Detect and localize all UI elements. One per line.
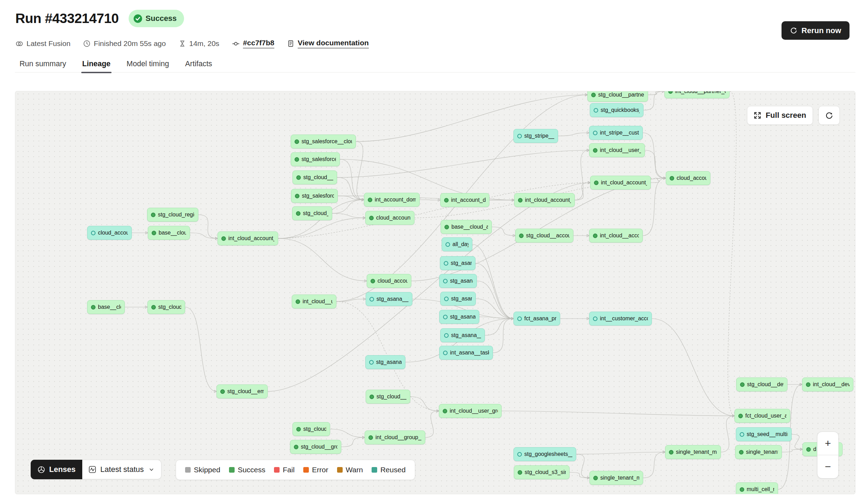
- lineage-node[interactable]: int_cloud_account_ma…: [514, 193, 575, 207]
- node-label: stg_cloud_…: [158, 304, 181, 310]
- lineage-node[interactable]: multi_cell_m…: [736, 482, 778, 494]
- success-status-icon: [151, 213, 155, 217]
- lineage-node[interactable]: int_asana__task_s…: [439, 346, 493, 360]
- lineage-node[interactable]: stg_cloud__partner_c…: [587, 91, 648, 102]
- lineage-node[interactable]: int_account_domain…: [364, 193, 420, 207]
- lineage-node[interactable]: stg_salesforce__cloud_…: [291, 135, 356, 148]
- lineage-node[interactable]: stg_quickbooks__a…: [590, 103, 643, 117]
- lineage-node[interactable]: int_account_dom…: [440, 193, 489, 207]
- lineage-node[interactable]: all_days: [442, 237, 472, 251]
- clock-icon: [83, 40, 91, 47]
- lineage-node[interactable]: int_cloud__user_ac…: [589, 143, 645, 157]
- tab-artifacts[interactable]: Artifacts: [185, 60, 212, 68]
- refresh-lineage-button[interactable]: [818, 106, 840, 125]
- lineage-node[interactable]: stg_cloud__us…: [366, 390, 410, 404]
- lineage-node[interactable]: stg_googlesheets__sin…: [513, 447, 576, 461]
- lineage-node[interactable]: stg_asana…: [440, 256, 475, 270]
- lineage-node[interactable]: single_tenant_map…: [589, 471, 643, 485]
- run-meta-row: Latest Fusion Finished 20m 55s ago 14m, …: [15, 36, 369, 51]
- lineage-node[interactable]: cloud_account…: [666, 171, 710, 185]
- lineage-node[interactable]: stg_cloud__accounts…: [515, 229, 573, 243]
- tab-model-timing[interactable]: Model timing: [127, 60, 169, 68]
- node-label: stg_stripe__c…: [524, 133, 554, 139]
- commit-link[interactable]: #cc7f7b8: [243, 39, 274, 48]
- lineage-node[interactable]: stg_asana__tas…: [366, 292, 412, 306]
- lineage-node[interactable]: stg_cloud_s3_singl…: [514, 465, 570, 479]
- lineage-edges: [15, 91, 855, 494]
- lineage-node[interactable]: stg_asana__…: [439, 310, 479, 324]
- lineage-node[interactable]: int_cloud_account__m…: [218, 231, 278, 245]
- view-documentation-link[interactable]: View documentation: [298, 39, 369, 48]
- full-screen-button[interactable]: Full screen: [747, 106, 813, 125]
- lineage-node[interactable]: int_cloud__group_per…: [365, 430, 425, 444]
- lineage-node[interactable]: stg_asana__pr…: [440, 328, 485, 342]
- lineage-node[interactable]: stg_cloud_…: [147, 300, 185, 314]
- reused-status-icon: [444, 261, 448, 266]
- lineage-node[interactable]: single_tenant_mapp…: [665, 445, 721, 459]
- zoom-in-button[interactable]: +: [817, 432, 838, 455]
- success-status-icon: [371, 279, 375, 283]
- lineage-node[interactable]: stg_salesforce_…: [291, 152, 340, 166]
- legend-label: Skipped: [194, 466, 220, 474]
- lineage-canvas[interactable]: stg_cloud__partner_c…int_cloud__partner_…: [15, 91, 855, 494]
- lineage-node[interactable]: stg_asana_…: [439, 274, 477, 288]
- lineage-node[interactable]: stg_cloud__…: [292, 206, 332, 220]
- success-status-icon: [594, 181, 599, 185]
- lineage-node[interactable]: base__cloud_…: [148, 226, 190, 240]
- lineage-node[interactable]: base__clou…: [87, 300, 125, 314]
- lineage-node[interactable]: single_tenant_…: [735, 445, 782, 459]
- legend-swatch: [274, 467, 280, 473]
- node-label: int_cloud_account_ma…: [601, 180, 647, 186]
- node-label: stg_salesforce…: [302, 193, 334, 199]
- lineage-node[interactable]: int_cloud__accoun…: [589, 229, 643, 243]
- lineage-node[interactable]: int__customer_account…: [589, 312, 652, 326]
- lens-select[interactable]: Latest status: [82, 460, 161, 479]
- lineage-node[interactable]: int_cloud__us…: [292, 295, 336, 308]
- lineage-node[interactable]: base__cloud_acco…: [441, 220, 492, 234]
- lineage-node[interactable]: stg_cloud__group…: [290, 440, 341, 454]
- lineage-node[interactable]: stg_cloud__devel…: [736, 377, 787, 391]
- lineage-node[interactable]: stg_stripe__c…: [513, 129, 558, 143]
- lineage-node[interactable]: stg_cloud__email…: [216, 384, 268, 398]
- status-lens-icon: [89, 466, 96, 473]
- lineage-node[interactable]: cloud_account…: [367, 274, 411, 288]
- tab-run-summary[interactable]: Run summary: [20, 60, 66, 68]
- success-status-icon: [91, 305, 96, 310]
- lens-selected-value: Latest status: [100, 465, 144, 474]
- lineage-node[interactable]: int_stripe__custo…: [589, 126, 643, 140]
- legend-label: Error: [312, 466, 328, 474]
- success-status-icon: [443, 409, 447, 413]
- aperture-icon: [37, 466, 45, 474]
- document-icon: [287, 40, 295, 47]
- lineage-node[interactable]: int_cloud__devel…: [802, 377, 853, 391]
- legend-swatch: [303, 467, 309, 473]
- lineage-node[interactable]: stg_cloud_…: [292, 422, 330, 436]
- success-status-icon: [220, 389, 225, 394]
- success-status-icon: [221, 236, 226, 241]
- lineage-node[interactable]: int_cloud__partner_con…: [664, 91, 730, 98]
- lineage-node[interactable]: stg_cloud_region…: [147, 208, 198, 222]
- lineage-node[interactable]: stg_cloud__us…: [292, 170, 337, 184]
- hourglass-icon: [178, 40, 186, 47]
- lenses-button[interactable]: Lenses: [31, 460, 82, 479]
- lineage-node[interactable]: fct_cloud_user_acc…: [734, 409, 790, 423]
- lineage-node[interactable]: fct_asana_proj…: [513, 312, 560, 326]
- lineage-node[interactable]: stg_asana__…: [365, 355, 405, 369]
- lineage-node[interactable]: int_cloud__user_group…: [439, 404, 502, 418]
- lineage-node[interactable]: cloud_account…: [87, 226, 132, 240]
- zoom-control: + −: [817, 432, 839, 479]
- lineage-node[interactable]: stg_seed__multireg…: [736, 427, 792, 441]
- node-label: stg_cloud_…: [303, 426, 326, 432]
- success-status-icon: [444, 198, 449, 203]
- lineage-node[interactable]: int_cloud_account_ma…: [590, 176, 651, 190]
- lineage-node[interactable]: stg_asana…: [440, 292, 476, 306]
- lineage-node[interactable]: stg_salesforce…: [291, 189, 338, 203]
- success-status-icon: [369, 395, 374, 399]
- tab-lineage[interactable]: Lineage: [82, 60, 111, 68]
- lineage-node[interactable]: cloud_accounts_…: [365, 211, 414, 225]
- status-legend: SkippedSuccessFailErrorWarnReused: [176, 460, 415, 480]
- zoom-out-button[interactable]: −: [817, 455, 838, 478]
- rerun-now-button[interactable]: Rerun now: [782, 21, 849, 40]
- node-label: int_cloud_account_ma…: [525, 197, 571, 203]
- refresh-icon: [790, 27, 797, 34]
